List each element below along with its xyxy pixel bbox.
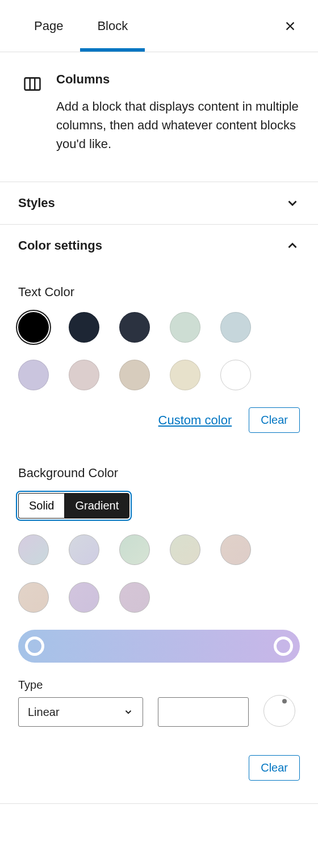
color-settings-panel: Color settings Text Color Custom color C…: [0, 225, 318, 804]
gradient-swatch[interactable]: [170, 534, 200, 565]
block-info-panel: Columns Add a block that displays conten…: [0, 52, 318, 182]
gradient-bar[interactable]: [18, 630, 300, 663]
styles-panel-title: Styles: [18, 196, 55, 210]
solid-toggle[interactable]: Solid: [18, 493, 64, 519]
text-color-swatch[interactable]: [18, 312, 49, 343]
tab-block[interactable]: Block: [80, 0, 145, 52]
styles-panel-toggle[interactable]: Styles: [0, 182, 318, 224]
gradient-swatch[interactable]: [18, 582, 49, 613]
clear-background-button[interactable]: Clear: [249, 755, 300, 781]
gradient-swatch[interactable]: [69, 582, 99, 613]
gradient-angle-input[interactable]: [158, 697, 249, 727]
text-color-swatch[interactable]: [69, 360, 99, 390]
svg-rect-0: [25, 78, 40, 90]
text-color-swatch[interactable]: [18, 360, 49, 390]
block-description: Add a block that displays content in mul…: [56, 97, 300, 153]
gradient-stop-end[interactable]: [274, 637, 293, 656]
columns-icon: [23, 74, 42, 153]
styles-panel: Styles: [0, 182, 318, 225]
gradient-swatch[interactable]: [220, 534, 251, 565]
text-color-swatch[interactable]: [170, 312, 200, 343]
color-settings-panel-toggle[interactable]: Color settings: [0, 225, 318, 267]
gradient-swatch[interactable]: [69, 534, 99, 565]
gradient-type-label: Type: [18, 679, 143, 692]
clear-text-color-button[interactable]: Clear: [249, 407, 300, 433]
settings-tabs: Page Block: [0, 0, 318, 52]
custom-color-link[interactable]: Custom color: [158, 413, 232, 428]
gradient-swatch[interactable]: [18, 534, 49, 565]
background-gradient-swatches: [18, 534, 300, 613]
chevron-down-icon: [285, 196, 300, 210]
color-settings-title: Color settings: [18, 238, 102, 253]
gradient-swatch[interactable]: [119, 582, 150, 613]
text-color-swatch[interactable]: [119, 360, 150, 390]
close-icon: [284, 20, 296, 32]
gradient-angle-control[interactable]: [263, 695, 295, 727]
angle-indicator-dot: [282, 699, 287, 703]
text-color-swatch[interactable]: [220, 360, 251, 390]
text-color-swatch[interactable]: [119, 312, 150, 343]
gradient-stop-start[interactable]: [25, 637, 44, 656]
text-color-swatch[interactable]: [69, 312, 99, 343]
background-mode-toggle: Solid Gradient: [18, 493, 129, 519]
close-button[interactable]: [279, 15, 301, 37]
block-title: Columns: [56, 72, 300, 87]
chevron-up-icon: [285, 238, 300, 253]
gradient-toggle[interactable]: Gradient: [64, 493, 129, 519]
text-color-swatches: [18, 312, 300, 390]
gradient-type-select[interactable]: Linear: [18, 697, 143, 727]
tab-page[interactable]: Page: [17, 0, 80, 52]
text-color-swatch[interactable]: [220, 312, 251, 343]
gradient-type-value: Linear: [28, 706, 60, 719]
text-color-swatch[interactable]: [170, 360, 200, 390]
background-color-label: Background Color: [18, 466, 300, 481]
text-color-label: Text Color: [18, 285, 300, 300]
gradient-swatch[interactable]: [119, 534, 150, 565]
chevron-down-icon: [123, 707, 133, 717]
